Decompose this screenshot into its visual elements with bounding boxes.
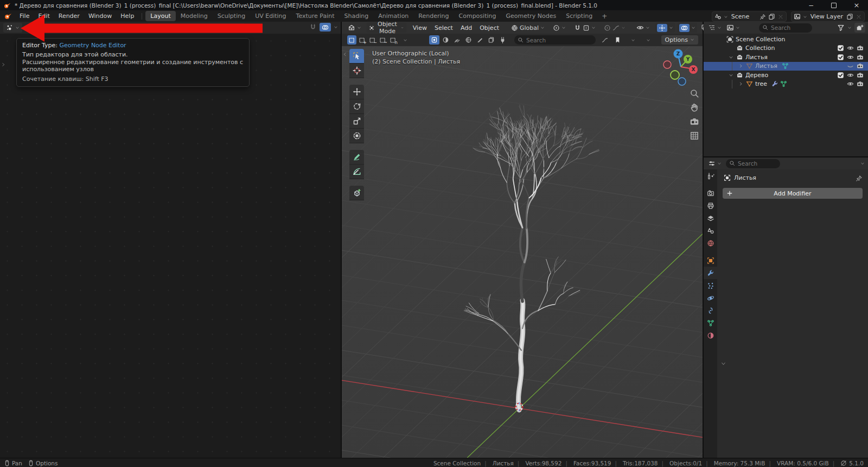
workspace-tab-geometry-nodes[interactable]: Geometry Nodes [501,11,561,21]
outliner-item-label[interactable]: Листья [755,62,777,70]
camera-toggle[interactable] [857,72,864,79]
eye-toggle[interactable] [847,80,854,87]
tab-particles[interactable] [704,279,717,292]
add-modifier-button[interactable]: Add Modifier [723,188,863,199]
tabs-overflow-icon[interactable] [720,361,726,367]
select-mode-sm-intersect[interactable]: ∩ [388,35,398,45]
menu-help[interactable]: Help [116,11,138,21]
snap-icon[interactable] [309,23,317,31]
viewport-menu-add[interactable]: Add [457,23,476,33]
minimize-button[interactable]: − [800,0,822,10]
navigation-gizmo[interactable]: ZYX [660,47,703,89]
menu-window[interactable]: Window [84,11,116,21]
view-layer-selector[interactable]: View Layer [791,11,865,22]
outliner-filter-mode-dropdown[interactable] [725,23,741,33]
viewport-menu-view[interactable]: View [409,23,431,33]
expand-icon[interactable] [738,81,746,87]
chevron-down-icon[interactable] [646,38,650,42]
outliner-row-дерево[interactable]: Дерево [704,71,868,80]
outliner-search[interactable] [759,23,812,33]
node-tree-selector[interactable] [147,23,245,33]
outliner-item-label[interactable]: tree [755,80,767,87]
eye-toggle[interactable] [847,54,854,61]
tool-measure-button[interactable] [349,165,364,179]
viewport-menu-object[interactable]: Object [476,23,503,33]
tab-physics[interactable] [704,292,717,304]
tool-search[interactable] [514,35,596,45]
chevron-down-icon[interactable] [860,161,865,166]
workspace-tab-compositing[interactable]: Compositing [454,11,501,21]
workspace-tab-layout[interactable]: Layout [145,11,175,21]
menu-render[interactable]: Render [54,11,84,21]
ortho-grid-icon[interactable] [690,131,699,141]
tab-scene[interactable] [704,224,717,237]
menu-edit[interactable]: Edit [34,11,54,21]
editor-type-dropdown[interactable] [3,23,22,33]
eye-toggle[interactable] [847,45,854,52]
camera-toggle[interactable] [857,80,864,87]
viewport-menu-select[interactable]: Select [431,23,457,33]
tool-rotate-button[interactable] [349,99,364,114]
curve-widget-icon[interactable] [601,37,609,43]
filter-icon[interactable] [837,24,845,31]
select-mode-sm-invert[interactable]: ~ [378,35,387,45]
workspace-tab-animation[interactable]: Animation [373,11,413,21]
tool-select-button[interactable] [349,49,364,64]
blender-menu-icon[interactable] [4,12,12,20]
outliner-row-scene collection[interactable]: Scene Collection [704,35,868,44]
proportional-editing-dropdown[interactable] [601,23,628,33]
ts-claw-toggle[interactable] [452,35,462,45]
zoom-view-icon[interactable] [690,89,699,98]
ts-globe-toggle[interactable] [463,35,474,45]
workspace-tab-texture-paint[interactable]: Texture Paint [291,11,340,21]
eye-closed-toggle[interactable] [847,62,854,70]
check-toggle[interactable] [837,54,844,61]
collapse-icon[interactable] [729,54,736,60]
geometry-node-editor[interactable] [0,22,341,458]
workspace-tab-modeling[interactable]: Modeling [176,11,213,21]
tab-world[interactable] [704,237,717,249]
outliner-item-label[interactable]: Collection [745,45,775,52]
ts-brush-toggle[interactable] [475,35,485,45]
tab-constraints[interactable] [704,304,717,317]
region-collapse-icon[interactable] [342,52,348,57]
outliner-row-листья[interactable]: Листья [704,53,868,62]
menu-file[interactable]: File [15,11,34,21]
outliner-row-collection[interactable]: Collection [704,44,868,53]
tool-annotate-button[interactable] [349,150,364,165]
tab-modifier[interactable] [704,267,717,279]
mode-selector[interactable]: Object Mode [367,23,406,33]
chevron-down-icon[interactable] [631,38,635,42]
pan-view-icon[interactable] [690,103,699,112]
workspace-tab-uv-editing[interactable]: UV Editing [250,11,291,21]
outliner-row-листья[interactable]: Листья [704,62,868,71]
tool-scale-button[interactable] [349,114,364,129]
options-dropdown[interactable]: Options [661,35,698,45]
gizmos-dropdown[interactable] [655,23,675,33]
properties-search[interactable] [726,159,780,168]
pin-icon[interactable] [856,175,863,182]
tab-tool[interactable] [704,169,717,182]
tab-viewlayer[interactable] [704,212,717,224]
new-collection-button[interactable] [854,23,865,33]
ts-box-toggle[interactable] [429,35,439,45]
select-mode-sm-set[interactable] [347,35,356,45]
tool-move-button[interactable] [349,85,364,99]
region-expand-icon[interactable] [1,62,6,67]
camera-toggle[interactable] [857,62,864,70]
outliner-row-tree[interactable]: tree [704,80,868,89]
collapse-icon[interactable] [729,72,736,78]
ts-pages-toggle[interactable] [486,35,496,45]
new-view-layer-icon[interactable] [846,13,853,20]
overlays-toggle[interactable] [320,23,331,31]
ts-plug-toggle[interactable] [497,35,508,45]
outliner-display-mode-dropdown[interactable] [707,23,723,33]
new-scene-icon[interactable] [768,13,775,20]
snapping-dropdown[interactable] [571,23,598,33]
overlays-dropdown[interactable] [678,23,697,33]
tool-search-input[interactable] [514,35,596,45]
workspace-tab-sculpting[interactable]: Sculpting [213,11,250,21]
check-toggle[interactable] [837,72,844,79]
tool-addcube-button[interactable] [349,186,364,200]
camera-toggle[interactable] [857,54,864,61]
